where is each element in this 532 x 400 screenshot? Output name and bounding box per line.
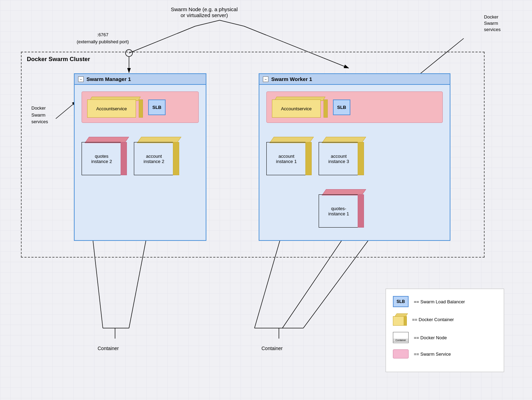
- diagram-container: Swarm Node (e.g. a physical or virtualiz…: [0, 0, 532, 400]
- legend-node-text: == Docker Node: [414, 335, 447, 340]
- manager-service-row: Accountservice SLB: [82, 91, 199, 123]
- worker-title: Swarm Worker 1: [271, 76, 312, 82]
- manager-accountservice-side: [139, 99, 143, 118]
- legend-node-top: Container: [393, 339, 408, 342]
- worker-service-row: Accountservice SLB: [266, 91, 443, 123]
- legend-cube-symbol: [393, 313, 407, 326]
- legend-service-symbol: [393, 349, 409, 358]
- worker-box: − Swarm Worker 1 Accountservice SLB acco…: [259, 73, 450, 241]
- legend-box: SLB == Swarm Load Balancer == Docker Con…: [386, 289, 504, 372]
- docker-swarm-services-topright: Docker Swarm services: [484, 14, 501, 33]
- worker-slb-box: SLB: [333, 99, 350, 115]
- manager-instance-account: account instance 2: [134, 137, 179, 175]
- docker-swarm-services-left: Docker Swarm services: [31, 105, 48, 125]
- worker-instance-account3-side: [358, 142, 364, 175]
- worker-instances-area: account instance 1 account instance 3 qu…: [266, 133, 443, 228]
- worker-instance-account3: account instance 3: [319, 137, 364, 175]
- manager-slb-box: SLB: [148, 99, 166, 115]
- manager-minimize-btn[interactable]: −: [78, 76, 84, 82]
- worker-accountservice-box: Accountservice: [272, 97, 328, 118]
- docker-cluster: Docker Swarm Cluster − Swarm Manager 1 A…: [21, 52, 485, 258]
- container-label-left: Container: [98, 346, 119, 351]
- worker-instance-quotes1-front: quotes- instance 1: [319, 194, 359, 228]
- manager-instance-account-front: account instance 2: [134, 142, 174, 175]
- worker-instance-quotes1-side: [358, 194, 364, 228]
- worker-accountservice-front: Accountservice: [272, 99, 321, 118]
- worker-instance-account3-front: account instance 3: [319, 142, 359, 175]
- legend-item-service: == Swarm Service: [393, 349, 497, 358]
- manager-instance-quotes: quotes instance 2: [82, 137, 127, 175]
- worker-instance-account1-side: [305, 142, 312, 175]
- worker-instance-quotes1: quotes- instance 1: [319, 189, 364, 228]
- manager-instances-area: quotes instance 2 account instance 2: [82, 133, 199, 233]
- manager-instance-quotes-front: quotes instance 2: [82, 142, 122, 175]
- port-label: :6767 (externally published port): [77, 31, 129, 45]
- worker-instance-quotes1-wrapper: quotes- instance 1: [319, 189, 364, 228]
- legend-service-text: == Swarm Service: [414, 351, 451, 357]
- manager-box: − Swarm Manager 1 Accountservice SLB: [74, 73, 206, 241]
- manager-header: − Swarm Manager 1: [75, 74, 206, 85]
- legend-item-slb: SLB == Swarm Load Balancer: [393, 296, 497, 307]
- worker-accountservice-side: [324, 99, 328, 118]
- worker-header: − Swarm Worker 1: [259, 74, 450, 85]
- legend-item-cube: == Docker Container: [393, 313, 497, 326]
- worker-instance-account1: account instance 1: [266, 137, 312, 175]
- legend-cube-side: [404, 316, 407, 326]
- manager-accountservice-front: Accountservice: [87, 99, 136, 118]
- manager-accountservice-box: Accountservice: [87, 97, 143, 118]
- legend-node-symbol: Container: [393, 332, 409, 343]
- legend-item-node: Container == Docker Node: [393, 332, 497, 343]
- manager-title: Swarm Manager 1: [86, 76, 131, 82]
- cluster-label: Docker Swarm Cluster: [27, 56, 90, 63]
- worker-minimize-btn[interactable]: −: [263, 76, 268, 82]
- container-label-right: Container: [261, 346, 283, 351]
- legend-slb-text: == Swarm Load Balancer: [414, 299, 465, 304]
- worker-instance-account1-front: account instance 1: [266, 142, 306, 175]
- legend-slb-symbol: SLB: [393, 296, 409, 307]
- legend-cube-front: [393, 316, 404, 326]
- legend-cube-text: == Docker Container: [412, 317, 454, 322]
- manager-instance-account-side: [173, 142, 179, 175]
- manager-instance-quotes-side: [121, 142, 127, 175]
- swarm-node-label: Swarm Node (e.g. a physical or virtualiz…: [171, 6, 238, 18]
